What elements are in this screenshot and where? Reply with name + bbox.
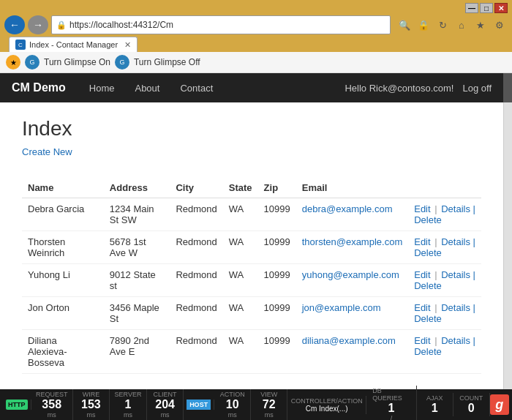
col-state: State [223, 178, 258, 198]
browser-nav: ← → 🔒 https://localhost:44312/Cm 🔍 🔒 ↻ ⌂… [4, 15, 508, 34]
cell-name: Yuhong Li [22, 264, 104, 297]
glimpse-logo-button[interactable]: g [490, 394, 509, 415]
nav-link-contact[interactable]: Contact [171, 77, 222, 100]
cell-address: 9012 State st [104, 264, 170, 297]
forward-button[interactable]: → [28, 15, 48, 34]
minimize-button[interactable]: — [465, 3, 478, 13]
close-button[interactable]: ✕ [494, 3, 508, 13]
cell-actions: Edit | Details |Delete [408, 198, 481, 231]
url-text: https://localhost:44312/Cm [69, 20, 173, 30]
scrollbar-track[interactable] [503, 73, 512, 102]
details-link[interactable]: Details [441, 203, 470, 214]
contact-table: Name Address City State Zip Email Debra … [22, 178, 481, 374]
tab-bar: C Index - Contact Manager ✕ [4, 37, 508, 52]
user-greeting: Hello Rick@contoso.com! [345, 83, 453, 94]
titlebar: — □ ✕ [4, 3, 508, 13]
header-row: Name Address City State Zip Email [22, 178, 481, 198]
cell-zip: 10999 [258, 264, 296, 297]
address-bar[interactable]: 🔒 https://localhost:44312/Cm [51, 15, 391, 34]
col-email: Email [296, 178, 408, 198]
cell-address: 3456 Maple St [104, 297, 170, 330]
host-label: HOST [187, 400, 211, 410]
details-link[interactable]: Details [441, 269, 470, 280]
cell-city: Redmond [170, 231, 222, 264]
cell-name: Diliana Alexieva-Bosseva [22, 330, 104, 374]
email-link[interactable]: thorsten@example.com [302, 236, 402, 247]
tab-close-button[interactable]: ✕ [124, 40, 131, 50]
email-link[interactable]: jon@example.com [302, 302, 381, 313]
status-db-queries: DB Queries 1 / [366, 386, 417, 420]
settings-icon[interactable]: ⚙ [492, 17, 508, 33]
delete-link[interactable]: Delete [414, 346, 442, 357]
delete-link[interactable]: Delete [414, 313, 442, 324]
glimpse-star-icon[interactable]: ★ [6, 55, 20, 70]
action-links: Edit | Details |Delete [414, 236, 475, 258]
delete-link[interactable]: Delete [414, 280, 442, 291]
app-brand[interactable]: CM Demo [12, 81, 66, 94]
email-link[interactable]: debra@example.com [302, 203, 393, 214]
sep1: | [432, 236, 440, 247]
cell-city: Redmond [170, 264, 222, 297]
nav-link-about[interactable]: About [126, 77, 168, 100]
glimpse-g-icon: g [495, 397, 503, 413]
table-body: Debra Garcia 1234 Main St SW Redmond WA … [22, 198, 481, 374]
content-scrollbar[interactable] [503, 102, 512, 389]
toolbar: ★ G Turn Glimpse On G Turn Glimpse Off [0, 52, 512, 73]
cell-email: diliana@example.com [296, 330, 408, 374]
sep1: | [432, 203, 440, 214]
cell-email: jon@example.com [296, 297, 408, 330]
edit-link[interactable]: Edit [414, 269, 430, 280]
col-zip: Zip [258, 178, 296, 198]
cell-zip: 10999 [258, 198, 296, 231]
edit-link[interactable]: Edit [414, 335, 430, 346]
details-link[interactable]: Details [441, 302, 470, 313]
back-button[interactable]: ← [4, 15, 25, 34]
home-icon[interactable]: ⌂ [453, 17, 470, 33]
action-links: Edit | Details |Delete [414, 302, 475, 324]
cell-state: WA [223, 330, 258, 374]
cell-state: WA [223, 198, 258, 231]
status-request: Request 358 ms [31, 389, 73, 420]
table-row: Yuhong Li 9012 State st Redmond WA 10999… [22, 264, 481, 297]
app-navbar: CM Demo Home About Contact Hello Rick@co… [0, 73, 503, 102]
maximize-button[interactable]: □ [480, 3, 493, 13]
refresh-icon[interactable]: ↻ [434, 17, 451, 33]
cell-actions: Edit | Details |Delete [408, 264, 481, 297]
host-badge: HOST [184, 400, 214, 410]
delete-link[interactable]: Delete [414, 247, 442, 258]
glimpse-on-icon[interactable]: G [25, 55, 39, 70]
status-ajax: Ajax 1 [417, 393, 453, 416]
cell-name: Jon Orton [22, 297, 104, 330]
create-new-link[interactable]: Create New [22, 146, 72, 157]
turn-glimpse-off-button[interactable]: Turn Glimpse Off [134, 57, 200, 67]
tab-favicon: C [15, 40, 26, 50]
app-user-area: Hello Rick@contoso.com! Log off [345, 83, 492, 94]
status-controller-action: Controller/Action Cm Index(...) [287, 396, 366, 414]
details-link[interactable]: Details [441, 335, 470, 346]
nav-link-home[interactable]: Home [80, 77, 124, 100]
cell-city: Redmond [170, 198, 222, 231]
status-count: Count 0 [453, 393, 490, 416]
email-link[interactable]: yuhong@example.com [302, 269, 399, 280]
favorites-icon[interactable]: ★ [473, 17, 489, 33]
cell-city: Redmond [170, 330, 222, 374]
details-link[interactable]: Details [441, 236, 470, 247]
app-navbar-row: CM Demo Home About Contact Hello Rick@co… [0, 73, 512, 102]
titlebar-controls: — □ ✕ [465, 3, 508, 13]
edit-link[interactable]: Edit [414, 203, 430, 214]
email-link[interactable]: diliana@example.com [302, 335, 396, 346]
edit-link[interactable]: Edit [414, 302, 430, 313]
log-off-link[interactable]: Log off [462, 83, 492, 94]
action-links: Edit | Details |Delete [414, 335, 475, 357]
lock-icon[interactable]: 🔒 [415, 17, 432, 33]
sep1: | [432, 302, 440, 313]
cell-name: Thorsten Weinrich [22, 231, 104, 264]
col-actions [408, 178, 481, 198]
status-server: Server 1 ms [110, 389, 147, 420]
search-icon[interactable]: 🔍 [396, 17, 413, 33]
turn-glimpse-on-button[interactable]: Turn Glimpse On [44, 57, 110, 67]
delete-link[interactable]: Delete [414, 214, 442, 225]
edit-link[interactable]: Edit [414, 236, 430, 247]
glimpse-off-icon[interactable]: G [115, 55, 129, 70]
active-tab[interactable]: C Index - Contact Manager ✕ [9, 37, 138, 52]
